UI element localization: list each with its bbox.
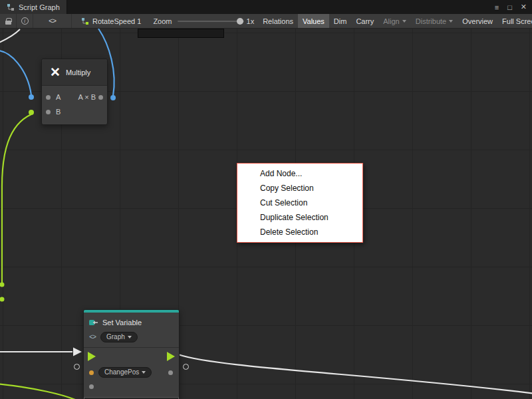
align-label: Align [383, 17, 399, 25]
variable-name-port[interactable] [89, 370, 94, 375]
chevron-down-icon [142, 371, 146, 374]
align-dropdown[interactable]: Align [378, 14, 410, 28]
port-row-b: B [42, 104, 107, 119]
graph-toolbar: i <> RotateSpeed 1 Zoom 1x Relations Val… [0, 14, 532, 29]
dim-button[interactable]: Dim [329, 14, 352, 28]
distribute-label: Distribute [416, 17, 446, 25]
window-controls: ≡ □ ✕ [495, 0, 527, 14]
graph-asset-icon [81, 17, 89, 25]
tab-title: Script Graph [19, 3, 60, 11]
tab-script-graph[interactable]: Script Graph [0, 0, 67, 14]
chevron-down-icon [128, 336, 132, 338]
scope-dropdown[interactable]: Graph [100, 332, 138, 342]
port-output-label: A × B [78, 93, 96, 101]
relations-button[interactable]: Relations [258, 14, 298, 28]
info-button[interactable]: i [17, 14, 33, 28]
breadcrumb[interactable]: RotateSpeed 1 [81, 17, 141, 25]
port-a-input[interactable] [46, 95, 51, 100]
node-multiply[interactable]: ✕ Multiply A A × B B [41, 59, 108, 125]
multiply-icon: ✕ [50, 66, 61, 78]
menu-item-copy-selection[interactable]: Copy Selection [237, 181, 362, 196]
value-input-port[interactable] [89, 384, 94, 389]
variable-dropdown[interactable]: ChangePos [98, 367, 152, 378]
code-icon: <> [89, 334, 96, 341]
zoom-slider-knob[interactable] [237, 18, 243, 25]
close-icon[interactable]: ✕ [521, 3, 527, 11]
node-multiply-body: A A × B B [42, 86, 107, 124]
value-input-row [84, 380, 179, 394]
window-tab-bar: Script Graph ≡ □ ✕ [0, 0, 532, 14]
menu-item-cut-selection[interactable]: Cut Selection [237, 196, 362, 210]
context-menu: Add Node... Copy Selection Cut Selection… [237, 163, 363, 243]
script-graph-window: Script Graph ≡ □ ✕ i <> RotateSpeed 1 Zo… [0, 0, 532, 399]
code-view-button[interactable]: <> [33, 14, 72, 28]
zoom-value: 1x [247, 17, 255, 25]
port-result-output[interactable] [98, 95, 103, 100]
code-icon: <> [49, 17, 56, 25]
zoom-slider[interactable] [178, 21, 244, 22]
zoom-label: Zoom [153, 17, 172, 25]
node-multiply-header[interactable]: ✕ Multiply [42, 59, 107, 86]
lock-icon [5, 21, 11, 25]
menu-item-duplicate-selection[interactable]: Duplicate Selection [237, 210, 362, 225]
value-output-port[interactable] [168, 370, 173, 375]
carry-button[interactable]: Carry [351, 14, 378, 28]
port-b-input[interactable] [46, 110, 51, 114]
menu-item-delete-selection[interactable]: Delete Selection [237, 225, 362, 239]
overview-button[interactable]: Overview [458, 14, 497, 28]
node-set-variable-header[interactable]: Set Variable <> Graph [84, 313, 179, 347]
info-icon: i [21, 17, 29, 25]
port-row-a: A A × B [42, 90, 107, 104]
port-b-label: B [56, 108, 61, 116]
port-ring-right[interactable] [183, 364, 189, 370]
lock-button[interactable] [0, 14, 17, 28]
node-title: Set Variable [102, 319, 142, 327]
variable-port-row: ChangePos [84, 364, 179, 380]
scope-value: Graph [106, 333, 125, 341]
script-graph-icon [7, 3, 15, 11]
breadcrumb-label: RotateSpeed 1 [92, 17, 141, 25]
fullscreen-button[interactable]: Full Screen [497, 14, 532, 28]
flow-port-row [84, 347, 179, 364]
port-a-label: A [56, 93, 61, 101]
variable-value: ChangePos [104, 368, 139, 376]
menu-item-add-node[interactable]: Add Node... [237, 166, 362, 181]
graph-title-field[interactable] [138, 29, 224, 38]
values-button[interactable]: Values [298, 14, 329, 28]
menu-icon[interactable]: ≡ [495, 3, 499, 11]
port-ring-left[interactable] [74, 364, 80, 370]
chevron-down-icon [402, 20, 406, 23]
maximize-icon[interactable]: □ [507, 3, 512, 11]
chevron-down-icon [449, 20, 453, 23]
set-variable-icon [89, 318, 98, 327]
node-set-variable[interactable]: Set Variable <> Graph ChangePos [83, 309, 180, 399]
flow-input-port[interactable] [88, 352, 96, 361]
flow-output-port[interactable] [167, 352, 175, 361]
distribute-dropdown[interactable]: Distribute [411, 14, 458, 28]
node-title: Multiply [66, 68, 90, 76]
